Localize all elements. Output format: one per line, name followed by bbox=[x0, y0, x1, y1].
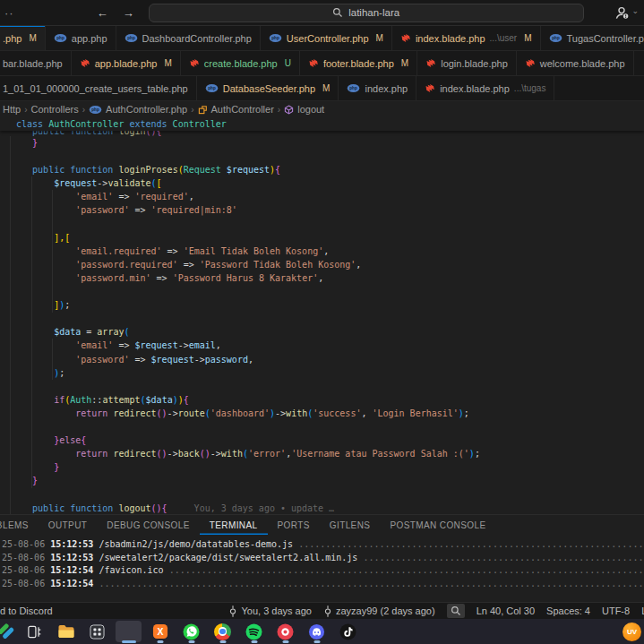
code-editor[interactable]: class AuthController extends Controller … bbox=[0, 117, 644, 514]
taskbar-slot-red-app[interactable] bbox=[270, 619, 301, 644]
terminal-output[interactable]: 25-08-06 15:12:53 /sbadmin2/js/demo/data… bbox=[0, 535, 644, 590]
git-status-badge: M bbox=[164, 58, 171, 68]
editor-tab[interactable]: welcome.blade.php bbox=[517, 51, 634, 75]
editor-tab[interactable]: phpapp.php bbox=[46, 26, 116, 50]
code-line[interactable]: $request->validate([ bbox=[0, 176, 644, 190]
terminal-dots-filler: ........................................… bbox=[99, 578, 644, 591]
code-line[interactable]: return redirect()->route('dashboard')->w… bbox=[0, 407, 644, 420]
statusbar-indentation[interactable]: Spaces: 4 bbox=[546, 605, 590, 616]
panel-tab-postman-console[interactable]: POSTMAN CONSOLE bbox=[380, 515, 495, 535]
statusbar-encoding[interactable]: UTF-8 bbox=[602, 605, 630, 616]
taskbar-slot-task-view[interactable] bbox=[19, 619, 50, 644]
code-line[interactable]: } bbox=[0, 136, 644, 150]
editor-tab[interactable]: index.blade.php...\userM bbox=[392, 26, 541, 50]
tab-row-3: 1_01_01_000000_create_users_table.phpphp… bbox=[0, 76, 644, 101]
taskbar-slot-tiktok[interactable] bbox=[332, 619, 364, 644]
code-token: { bbox=[184, 395, 189, 405]
panel-tab-ports[interactable]: PORTS bbox=[268, 515, 320, 535]
code-line[interactable]: 'email' => $request->email, bbox=[0, 339, 644, 352]
code-line[interactable]: 'password' => $request->password, bbox=[0, 353, 644, 366]
command-center-search[interactable]: latihan-lara bbox=[149, 4, 584, 22]
code-line[interactable]: return redirect()->back()->with('error',… bbox=[0, 447, 644, 460]
code-line[interactable] bbox=[0, 380, 644, 393]
editor-tab[interactable]: login.blade.php bbox=[417, 51, 517, 75]
editor-tab[interactable]: footer.blade.phpM bbox=[300, 51, 417, 75]
sticky-scroll-line[interactable]: class AuthController extends Controller bbox=[0, 117, 644, 131]
code-line[interactable]: ],[ bbox=[0, 231, 644, 245]
code-line[interactable]: } bbox=[0, 460, 644, 474]
editor-tab[interactable]: bar.blade.php bbox=[0, 51, 72, 75]
code-line[interactable] bbox=[0, 420, 644, 434]
code-token: (){ bbox=[151, 503, 167, 513]
git-blame-annotation: You, 3 days ago • update … bbox=[194, 503, 335, 513]
code-line[interactable]: ); bbox=[0, 366, 644, 380]
editor-tab[interactable]: phpUserController.phpM bbox=[261, 26, 392, 50]
code-line[interactable] bbox=[0, 285, 644, 298]
code-line[interactable] bbox=[0, 312, 644, 325]
code-token: 'Login Berhasil' bbox=[372, 408, 458, 418]
code-token: 'email.required' bbox=[11, 246, 162, 256]
terminal-timestamp-time: 15:12:54 bbox=[50, 564, 99, 578]
editor-tab[interactable]: phpindex.php bbox=[339, 76, 416, 100]
php-file-icon: php bbox=[125, 33, 138, 43]
menu-overflow-icon[interactable]: ·· bbox=[4, 6, 14, 20]
code-token: 'password.required' bbox=[11, 260, 178, 270]
editor-tab[interactable]: index.blade.php...\tugas bbox=[416, 76, 554, 100]
code-line[interactable]: 'password' => 'required|min:8' bbox=[0, 203, 644, 217]
account-button[interactable]: ⌄ bbox=[614, 5, 639, 21]
taskbar-slot-discord[interactable] bbox=[301, 619, 332, 644]
code-line[interactable]: $data = array( bbox=[0, 325, 644, 339]
taskbar-slot-spotify[interactable] bbox=[238, 619, 270, 644]
breadcrumb-item[interactable]: Http bbox=[3, 104, 21, 115]
editor-tab[interactable]: .phpM bbox=[0, 26, 46, 50]
taskbar-slot-app-grid[interactable] bbox=[82, 619, 113, 644]
statusbar-search-status[interactable] bbox=[447, 604, 465, 618]
taskbar-slot-vscode[interactable] bbox=[113, 619, 144, 644]
terminal-timestamp-date: 25-08-06 bbox=[2, 552, 50, 565]
breadcrumb-item[interactable]: phpAuthController.php bbox=[89, 104, 187, 115]
statusbar-blame-current-line[interactable]: You, 3 days ago bbox=[228, 605, 312, 617]
statusbar-cursor-position[interactable]: Ln 40, Col 30 bbox=[477, 605, 535, 616]
back-arrow-icon[interactable]: ← bbox=[97, 6, 108, 20]
panel-tab-gitlens[interactable]: GITLENS bbox=[320, 515, 381, 535]
panel-tab-debug-console[interactable]: DEBUG CONSOLE bbox=[97, 515, 199, 535]
code-line[interactable]: 'email.required' => 'Email Tidak Boleh K… bbox=[0, 245, 644, 258]
editor-tab[interactable]: phpTugasController.php bbox=[541, 26, 644, 50]
code-line[interactable]: 'email' => 'required', bbox=[0, 190, 644, 203]
uv-index-widget[interactable]: UV bbox=[623, 623, 641, 641]
panel-tab-terminal[interactable]: TERMINAL bbox=[200, 515, 268, 535]
code-line[interactable]: } bbox=[0, 474, 644, 487]
code-line[interactable]: public function logout(){You, 3 days ago… bbox=[0, 502, 644, 514]
forward-arrow-icon[interactable]: → bbox=[123, 6, 134, 20]
panel-tab-problems[interactable]: PROBLEMS bbox=[0, 515, 39, 535]
discord-presence-status[interactable]: d to Discord bbox=[0, 605, 53, 616]
breadcrumb-item[interactable]: AuthController bbox=[198, 104, 274, 115]
breadcrumb-item[interactable]: Controllers bbox=[31, 104, 79, 115]
tab-row-1: .phpMphpapp.phpphpDashboardController.ph… bbox=[0, 26, 644, 51]
editor-tab[interactable]: phpDatabaseSeeder.phpM bbox=[197, 76, 339, 100]
editor-tab[interactable]: phpDashboardController.php bbox=[116, 26, 261, 50]
code-line[interactable] bbox=[0, 487, 644, 501]
panel-tab-output[interactable]: OUTPUT bbox=[39, 515, 98, 535]
taskbar-slot-paint-app[interactable] bbox=[0, 619, 19, 644]
code-line[interactable]: 'password.min' => 'Password Harus 8 Kara… bbox=[0, 271, 644, 285]
code-token: 'Username atau Password Salah :(' bbox=[291, 449, 469, 459]
code-line[interactable]: public function loginProses(Request $req… bbox=[0, 163, 644, 176]
code-line[interactable] bbox=[0, 218, 644, 231]
code-line[interactable]: }else{ bbox=[0, 434, 644, 447]
editor-tab[interactable]: app.blade.phpM bbox=[72, 51, 181, 75]
taskbar-slot-whatsapp[interactable] bbox=[176, 619, 207, 644]
code-line[interactable] bbox=[0, 150, 644, 163]
editor-tab[interactable]: create.blade.phpU bbox=[181, 51, 300, 75]
code-token: , bbox=[361, 408, 372, 418]
editor-tab[interactable]: 1_01_01_000000_create_users_table.php bbox=[0, 76, 197, 100]
taskbar-slot-xampp[interactable]: X bbox=[144, 619, 176, 644]
code-line[interactable]: 'password.required' => 'Password Tidak B… bbox=[0, 258, 644, 271]
taskbar-slot-file-explorer[interactable] bbox=[50, 619, 82, 644]
breadcrumb-item[interactable]: logout bbox=[284, 104, 324, 115]
code-line[interactable]: ]); bbox=[0, 298, 644, 312]
statusbar-blame-repo[interactable]: zayzay99 (2 days ago) bbox=[323, 605, 435, 617]
code-line[interactable]: if(Auth::attempt($data)){ bbox=[0, 393, 644, 407]
taskbar-slot-chrome[interactable] bbox=[207, 619, 238, 644]
breadcrumb: Http›Controllers›phpAuthController.php›A… bbox=[0, 101, 644, 117]
